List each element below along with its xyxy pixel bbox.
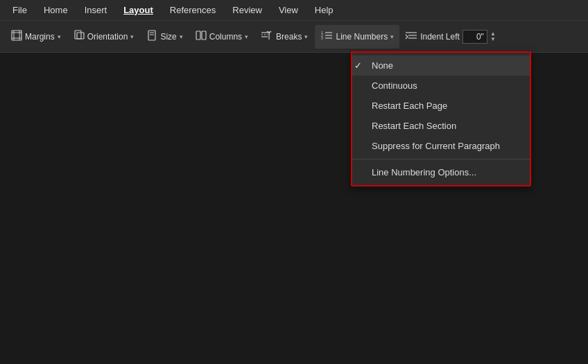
dropdown-item-restart-page[interactable]: Restart Each Page [352, 96, 530, 116]
columns-icon [196, 30, 207, 43]
dropdown-item-continuous[interactable]: Continuous [352, 76, 530, 96]
dropdown-item-none[interactable]: ✓ None [352, 55, 530, 76]
svg-text:3: 3 [321, 36, 323, 40]
dropdown-item-suppress[interactable]: Suppress for Current Paragraph [352, 136, 530, 156]
size-icon [146, 30, 157, 43]
size-label: Size [160, 32, 176, 42]
dropdown-options-label: Line Numbering Options... [363, 167, 476, 177]
svg-rect-5 [75, 31, 81, 39]
line-numbers-dropdown: ✓ None Continuous Restart Each Page Rest… [351, 51, 531, 187]
margins-label: Margins [25, 32, 55, 42]
line-numbers-caret: ▾ [390, 33, 394, 40]
check-icon: ✓ [352, 60, 363, 71]
line-numbers-button[interactable]: 1 2 3 Line Numbers ▾ [315, 25, 399, 49]
orientation-button[interactable]: Orientation ▾ [68, 25, 140, 49]
dropdown-suppress-label: Suppress for Current Paragraph [363, 141, 500, 151]
indent-left-input[interactable] [462, 30, 487, 44]
menu-help[interactable]: Help [308, 2, 340, 18]
svg-rect-6 [77, 33, 84, 39]
dropdown-separator [352, 159, 530, 159]
columns-caret: ▾ [245, 33, 248, 40]
line-numbers-label: Line Numbers [336, 32, 388, 42]
svg-rect-11 [202, 31, 206, 40]
menubar: File Home Insert Layout References Revie… [0, 0, 588, 21]
indent-left-field: Indent Left ▲ ▼ [401, 25, 500, 49]
dropdown-restart-page-label: Restart Each Page [363, 101, 447, 111]
menu-insert[interactable]: Insert [78, 2, 114, 18]
menu-home[interactable]: Home [37, 2, 75, 18]
svg-rect-0 [12, 31, 21, 40]
menu-file[interactable]: File [6, 2, 34, 18]
margins-button[interactable]: Margins ▾ [6, 25, 67, 49]
toolbar: Margins ▾ Orientation ▾ Size ▾ [0, 21, 588, 53]
dropdown-continuous-label: Continuous [363, 80, 417, 91]
orientation-caret: ▾ [130, 33, 134, 40]
indent-left-label: Indent Left [420, 32, 460, 42]
size-button[interactable]: Size ▾ [141, 25, 188, 49]
orientation-label: Orientation [87, 32, 128, 42]
menu-references[interactable]: References [163, 2, 223, 18]
indent-left-spinner[interactable]: ▲ ▼ [490, 31, 496, 42]
dropdown-restart-section-label: Restart Each Section [363, 121, 456, 131]
dropdown-none-label: None [363, 60, 393, 71]
breaks-label: Breaks [276, 32, 302, 42]
dropdown-item-options[interactable]: Line Numbering Options... [352, 162, 530, 182]
menu-layout[interactable]: Layout [116, 2, 160, 18]
indent-left-icon [405, 30, 417, 43]
menu-view[interactable]: View [272, 2, 305, 18]
svg-rect-10 [196, 31, 200, 40]
breaks-icon [261, 30, 273, 43]
margins-icon [11, 30, 22, 43]
orientation-icon [74, 30, 85, 43]
svg-rect-7 [148, 31, 155, 40]
menu-review[interactable]: Review [225, 2, 269, 18]
margins-caret: ▾ [58, 33, 61, 40]
dropdown-item-restart-section[interactable]: Restart Each Section [352, 116, 530, 136]
breaks-caret: ▾ [304, 33, 308, 40]
size-caret: ▾ [180, 33, 183, 40]
breaks-button[interactable]: Breaks ▾ [255, 25, 313, 49]
columns-label: Columns [209, 32, 242, 42]
columns-button[interactable]: Columns ▾ [190, 25, 254, 49]
line-numbers-icon: 1 2 3 [320, 30, 333, 43]
